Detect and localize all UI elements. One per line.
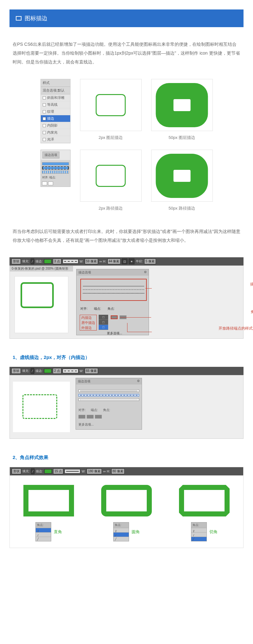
page-header: 图标描边 [9, 9, 244, 27]
figure-2px-path [80, 150, 142, 202]
tb-fill[interactable]: ∕ [31, 259, 34, 264]
tb-dash[interactable] [63, 259, 78, 264]
style-item[interactable]: 等高线 [41, 101, 70, 108]
style-item[interactable]: 斜面和浮雕 [41, 94, 70, 101]
diagram-corner-styles: 形状 填充:∕ 描边: 15 点 W:180 像素 ⇔ H:80 像素 角点: … [9, 467, 244, 548]
panel-head-2: 混合选项:默认 [41, 87, 70, 94]
caption-3: 2px 路径描边 [99, 206, 123, 211]
section-heading-2: 2、角点样式效果 [9, 451, 244, 464]
style-dot[interactable] [78, 398, 139, 401]
tb-icon[interactable]: ⊡ [122, 259, 127, 264]
corner-panel-round[interactable]: 角点: ╔╭╱ [113, 522, 129, 541]
gear-icon[interactable]: ⚙ [137, 379, 140, 384]
tb-type[interactable]: 形状 [11, 259, 21, 264]
body-text-2: 而当你考虑到以后可能需要放大或者打印出来。此时，你就要选择"形状描边"或者"画一… [9, 218, 244, 254]
options-bar-3: 形状 填充:∕ 描边: 15 点 W:180 像素 ⇔ H:80 像素 [10, 467, 243, 475]
figure-row-2: 描边选项 对齐:端点: 2px 路径描边 50px 路径描边 [9, 150, 244, 211]
rect-icon [16, 16, 22, 21]
style-item[interactable]: 内发光 [41, 129, 70, 136]
style-item[interactable]: 光泽 [41, 136, 70, 143]
stroke-options-panel-2: 描边选项⚙ 对齐:端点:角点: 更多选项... [76, 378, 142, 430]
figure-50px-layer [151, 79, 213, 131]
stroke-tab[interactable]: 描边选项 [42, 152, 59, 158]
figure-2px-layer [80, 79, 142, 131]
corner-miter: 角点: ╔╭╱ 直角 [23, 485, 74, 541]
path-stroke-panel: 描边选项 对齐:端点: [40, 150, 71, 187]
canvas-1 [15, 276, 68, 333]
callout-stroke-style: 描边样式 [250, 282, 253, 287]
tb-radius[interactable]: 5 像素 [144, 259, 156, 264]
callout-cap-style: 开放路径端点的样式 [219, 326, 253, 331]
style-dash[interactable] [78, 394, 139, 397]
tb-height[interactable]: 44 像素 [108, 259, 121, 264]
page-title: 图标描边 [25, 15, 47, 22]
more-options-button[interactable]: 更多选项... [78, 423, 94, 426]
align-icon-list[interactable]: □□□ [99, 315, 108, 330]
options-bar-2: 形状 填充:∕ 描边: 2 点 W:65 像素 [9, 367, 244, 375]
tb-stroke-swatch[interactable] [44, 259, 52, 264]
style-item[interactable]: 内阴影 [41, 122, 70, 129]
tb-width[interactable]: 59 像素 [85, 259, 98, 264]
section-heading-1: 1、虚线描边，2px，对齐（内描边） [9, 351, 244, 364]
intro-text: 在PS CS6出来后就已经新增加了一项描边功能。使用这个工具能使图标画出来非常的… [9, 27, 244, 73]
layer-style-panel: 样式 混合选项:默认 斜面和浮雕 等高线 纹理 描边 内阴影 内发光 光泽 [40, 79, 71, 143]
corner-bevel: 角点: ╔╭╱ 切角 [179, 485, 230, 541]
tb-size[interactable]: 3 点 [53, 259, 61, 264]
callout-corner-style: 角样式 [251, 309, 253, 315]
corner-panel-miter[interactable]: 角点: ╔╭╱ [35, 522, 51, 541]
corner-round: 角点: ╔╭╱ 圆角 [101, 485, 152, 541]
stroke-options-panel: 描边选项⚙ 对齐:端点:角点: 内描边 居中描边 外描边 [76, 269, 149, 335]
canvas-2 [13, 382, 70, 432]
caption-4: 50px 路径描边 [169, 206, 195, 211]
caption-1: 2px 图层描边 [99, 135, 123, 140]
diagram-dashed-stroke: 形状 填充:∕ 描边: 2 点 W:65 像素 描边选项⚙ [9, 367, 244, 439]
tb-icon[interactable]: ✦ [129, 259, 134, 264]
panel-head-1: 样式 [41, 79, 70, 87]
diagram-stroke-options: 形状 填充:∕ 描边: 3 点 W:59 像素 ⇔ H:44 像素 ⊡ ✦ 半径… [9, 257, 244, 339]
style-solid[interactable] [78, 390, 139, 392]
corner-panel-bevel[interactable]: 角点: ╔╭╱ [191, 522, 207, 541]
gear-icon[interactable]: ⚙ [144, 270, 147, 275]
figure-50px-path [151, 150, 213, 202]
more-options-button[interactable]: 更多选项... [107, 331, 122, 336]
style-item[interactable]: 纹理 [41, 108, 70, 115]
options-bar-1: 形状 填充:∕ 描边: 3 点 W:59 像素 ⇔ H:44 像素 ⊡ ✦ 半径… [9, 257, 244, 265]
caption-2: 50px 图层描边 [169, 135, 195, 140]
figure-row-1: 样式 混合选项:默认 斜面和浮雕 等高线 纹理 描边 内阴影 内发光 光泽 2p… [9, 79, 244, 143]
align-position-labels: 内描边 居中描边 外描边 [80, 315, 97, 331]
style-item-stroke[interactable]: 描边 [41, 115, 70, 122]
doc-titlebar: 0-恢复的-恢复的.psd @ 200% (圆角矩形 [10, 266, 73, 271]
stroke-style-box [80, 279, 147, 301]
